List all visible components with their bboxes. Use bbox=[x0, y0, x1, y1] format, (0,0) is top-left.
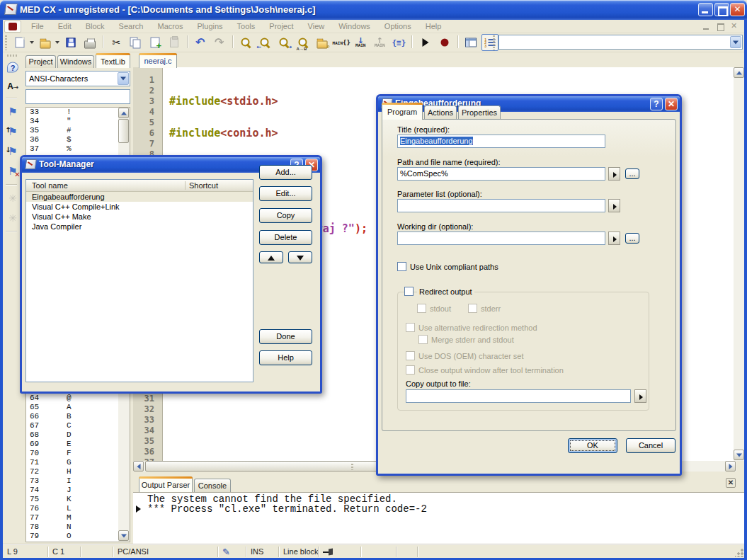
mdi-minimize-icon[interactable] bbox=[701, 22, 712, 31]
find-button[interactable] bbox=[237, 34, 254, 51]
open-file-dropdown-icon[interactable] bbox=[54, 33, 60, 50]
paste-button[interactable] bbox=[166, 34, 183, 51]
character-row[interactable]: 67C bbox=[26, 421, 118, 430]
charset-select[interactable]: ANSI-Characters bbox=[25, 71, 130, 86]
character-row[interactable]: 71G bbox=[26, 458, 118, 467]
character-row[interactable]: 75K bbox=[26, 495, 118, 504]
menu-item[interactable]: View bbox=[301, 20, 332, 33]
unix-paths-checkbox[interactable] bbox=[397, 262, 406, 271]
next-function-button[interactable]: ↓MAIN bbox=[352, 34, 369, 51]
character-row[interactable]: 64@ bbox=[26, 394, 118, 403]
close-window-checkbox[interactable] bbox=[406, 365, 415, 375]
maximize-button[interactable] bbox=[714, 3, 729, 16]
editor-tab-neeraj[interactable]: neeraj.c bbox=[139, 53, 177, 68]
workdir-input[interactable] bbox=[397, 232, 605, 245]
editor-vertical-scrollbar[interactable] bbox=[734, 67, 744, 461]
character-row[interactable]: 79O bbox=[26, 532, 118, 541]
stderr-checkbox[interactable] bbox=[468, 304, 477, 313]
window-layout-button[interactable] bbox=[462, 34, 479, 51]
scrollbar-thumb[interactable] bbox=[118, 119, 129, 143]
character-row[interactable]: 77M bbox=[26, 513, 118, 522]
toolbar-grip[interactable] bbox=[5, 35, 7, 50]
menu-item[interactable]: File bbox=[24, 20, 51, 33]
copy-button[interactable] bbox=[127, 34, 144, 51]
character-row[interactable]: 78N bbox=[26, 522, 118, 532]
minimize-button[interactable] bbox=[698, 3, 713, 16]
open-file-button[interactable] bbox=[37, 34, 54, 51]
dialog-help-button[interactable]: ? bbox=[650, 98, 663, 110]
menu-item[interactable]: Edit bbox=[51, 20, 79, 33]
bookmark-set-button[interactable]: ⚑ bbox=[4, 103, 21, 120]
menu-item[interactable]: Block bbox=[79, 20, 112, 33]
bookmark-clear-button[interactable]: ⚑✕ bbox=[4, 163, 21, 180]
find-in-files-button[interactable]: ⌕ bbox=[314, 34, 331, 51]
new-file-dropdown-icon[interactable] bbox=[28, 33, 35, 50]
scroll-up-button[interactable] bbox=[118, 108, 129, 118]
delete-button[interactable]: Delete bbox=[259, 230, 312, 245]
output-tab-parser[interactable]: Output Parser bbox=[139, 476, 193, 492]
character-row[interactable]: 74J bbox=[26, 486, 118, 495]
output-content[interactable]: The system cannot find the file specifie… bbox=[133, 492, 744, 544]
resize-grip[interactable] bbox=[735, 549, 743, 557]
workdir-expand-button[interactable] bbox=[608, 232, 620, 245]
sidebar-tab-project[interactable]: Project bbox=[25, 55, 56, 68]
ok-button[interactable]: OK bbox=[568, 438, 617, 453]
character-row[interactable]: 68D bbox=[26, 430, 118, 440]
merge-stderr-checkbox[interactable] bbox=[418, 335, 428, 344]
dialog-close-button[interactable]: ✕ bbox=[665, 98, 678, 110]
combobox-dropdown-button[interactable] bbox=[730, 36, 741, 48]
new-file-button[interactable] bbox=[11, 34, 28, 51]
param-input[interactable] bbox=[397, 199, 605, 212]
scroll-right-button[interactable] bbox=[725, 461, 736, 472]
character-row[interactable]: 35# bbox=[26, 126, 130, 135]
char-filter-input[interactable] bbox=[25, 89, 130, 104]
toolbar-grip[interactable] bbox=[7, 55, 18, 57]
add-button[interactable]: Add... bbox=[259, 165, 312, 180]
insert-text-button[interactable]: A⇢ bbox=[4, 78, 21, 95]
alt-redirection-checkbox[interactable] bbox=[406, 323, 415, 332]
character-row[interactable]: 36$ bbox=[26, 135, 130, 144]
find-next-button[interactable]: → bbox=[275, 34, 292, 51]
edit-button[interactable]: Edit... bbox=[259, 186, 312, 201]
param-expand-button[interactable] bbox=[608, 199, 620, 212]
bookmark-next-button[interactable]: ⚑↓ bbox=[4, 143, 21, 160]
tool-row[interactable]: Java Compiler bbox=[26, 222, 253, 232]
dialog-title-bar[interactable]: Eingabeaufforderung ? ✕ bbox=[378, 96, 680, 112]
tab-actions[interactable]: Actions bbox=[424, 105, 457, 120]
help-button[interactable]: ? bbox=[4, 59, 21, 76]
workdir-browse-button[interactable]: ... bbox=[625, 233, 639, 244]
character-row[interactable]: 72H bbox=[26, 467, 118, 476]
sidebar-tab-windows[interactable]: Windows bbox=[57, 55, 94, 68]
output-close-button[interactable]: ✕ bbox=[726, 478, 736, 488]
debug-button[interactable]: ✳ bbox=[4, 190, 21, 207]
line-numbers-button[interactable] bbox=[481, 34, 498, 51]
mdi-close-icon[interactable] bbox=[729, 22, 740, 31]
character-row[interactable]: 69E bbox=[26, 440, 118, 449]
scroll-down-button[interactable] bbox=[734, 450, 744, 460]
column-tool-name[interactable]: Tool name bbox=[32, 181, 68, 190]
menu-item[interactable]: Windows bbox=[331, 20, 377, 33]
run-macro-button[interactable] bbox=[417, 34, 434, 51]
replace-button[interactable]: A→B bbox=[295, 34, 312, 51]
character-row[interactable]: 33! bbox=[26, 108, 130, 117]
title-bar[interactable]: MED CX - unregistered - [C:\Documents an… bbox=[0, 0, 747, 20]
path-expand-button[interactable] bbox=[608, 167, 620, 181]
sidebar-tab-textlib[interactable]: TextLib bbox=[96, 53, 130, 68]
character-row[interactable]: 37% bbox=[26, 144, 130, 154]
print-button[interactable] bbox=[81, 34, 98, 51]
charset-dropdown-button[interactable] bbox=[118, 72, 129, 85]
path-input[interactable]: %ComSpec% bbox=[397, 167, 605, 181]
tool-row[interactable]: Visual C++ Make bbox=[26, 212, 253, 222]
debug-stop-button[interactable]: ✳ bbox=[4, 210, 21, 227]
toolbar-combobox[interactable] bbox=[498, 35, 743, 50]
move-up-button[interactable] bbox=[259, 251, 283, 263]
cut-button[interactable]: ✂ bbox=[108, 34, 125, 51]
title-input[interactable]: Eingabeaufforderung bbox=[397, 135, 605, 148]
copy-output-input[interactable] bbox=[406, 389, 631, 403]
toolbar-grip[interactable] bbox=[493, 35, 495, 50]
mdi-restore-icon[interactable] bbox=[715, 22, 726, 31]
structure-list-button[interactable]: {≡} bbox=[390, 34, 407, 51]
menu-item[interactable]: Options bbox=[377, 20, 418, 33]
column-divider[interactable] bbox=[185, 181, 186, 190]
find-prev-button[interactable]: ← bbox=[256, 34, 273, 51]
